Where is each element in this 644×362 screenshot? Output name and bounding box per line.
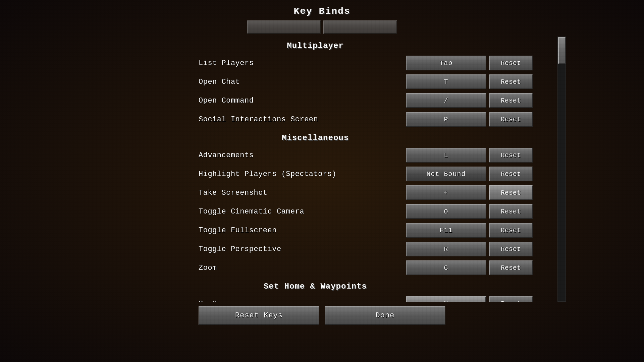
advancements-label: Advancements — [199, 151, 406, 160]
highlight-players-reset-btn[interactable]: Reset — [489, 167, 533, 181]
waypoints-header: Set Home & Waypoints — [78, 277, 553, 294]
go-home-label: Go Home — [199, 300, 406, 302]
list-players-reset-btn[interactable]: Reset — [489, 56, 533, 70]
social-interactions-reset-btn[interactable]: Reset — [489, 112, 533, 127]
go-home-row: Go Home > N < Reset — [78, 294, 553, 302]
reset-keys-button[interactable]: Reset Keys — [199, 306, 319, 325]
toggle-fullscreen-reset-btn[interactable]: Reset — [489, 223, 533, 238]
multiplayer-header: Multiplayer — [78, 37, 553, 54]
take-screenshot-reset-btn[interactable]: Reset — [489, 185, 533, 200]
toggle-perspective-reset-btn[interactable]: Reset — [489, 242, 533, 256]
open-command-key-btn[interactable]: / — [406, 93, 486, 108]
scrollbar-track[interactable] — [557, 37, 566, 302]
list-players-key-btn[interactable]: Tab — [406, 56, 486, 70]
open-command-label: Open Command — [199, 97, 406, 105]
miscellaneous-header: Miscellaneous — [78, 129, 553, 146]
bottom-bar: Reset Keys Done — [78, 302, 566, 329]
take-screenshot-row: Take Screenshot + Reset — [78, 183, 553, 202]
advancements-row: Advancements L Reset — [78, 146, 553, 165]
top-partial-row — [78, 20, 566, 37]
social-interactions-label: Social Interactions Screen — [199, 115, 406, 124]
open-command-row: Open Command / Reset — [78, 91, 553, 110]
open-chat-reset-btn[interactable]: Reset — [489, 74, 533, 89]
toggle-cinematic-reset-btn[interactable]: Reset — [489, 204, 533, 219]
partial-btn-1 — [247, 20, 321, 34]
zoom-reset-btn[interactable]: Reset — [489, 260, 533, 275]
toggle-fullscreen-row: Toggle Fullscreen F11 Reset — [78, 221, 553, 240]
open-chat-key-btn[interactable]: T — [406, 74, 486, 89]
toggle-fullscreen-key-btn[interactable]: F11 — [406, 223, 486, 238]
partial-btn-2 — [323, 20, 397, 34]
social-interactions-key-btn[interactable]: P — [406, 112, 486, 127]
take-screenshot-key-btn[interactable]: + — [406, 185, 486, 200]
list-players-label: List Players — [199, 59, 406, 67]
advancements-key-btn[interactable]: L — [406, 148, 486, 163]
toggle-fullscreen-label: Toggle Fullscreen — [199, 226, 406, 235]
toggle-cinematic-row: Toggle Cinematic Camera O Reset — [78, 202, 553, 221]
main-container: Multiplayer List Players Tab Reset Open … — [78, 20, 566, 329]
zoom-label: Zoom — [199, 264, 406, 272]
open-chat-label: Open Chat — [199, 78, 406, 86]
toggle-cinematic-label: Toggle Cinematic Camera — [199, 207, 406, 216]
scrollbar-thumb[interactable] — [558, 37, 566, 64]
toggle-perspective-label: Toggle Perspective — [199, 245, 406, 253]
page-title: Key Binds — [293, 0, 350, 20]
done-button[interactable]: Done — [325, 306, 445, 325]
open-chat-row: Open Chat T Reset — [78, 72, 553, 91]
zoom-key-btn[interactable]: C — [406, 260, 486, 275]
open-command-reset-btn[interactable]: Reset — [489, 93, 533, 108]
highlight-players-key-btn[interactable]: Not Bound — [406, 167, 486, 181]
highlight-players-label: Highlight Players (Spectators) — [199, 170, 406, 178]
scroll-area: Multiplayer List Players Tab Reset Open … — [78, 37, 566, 302]
toggle-perspective-key-btn[interactable]: R — [406, 242, 486, 256]
highlight-players-row: Highlight Players (Spectators) Not Bound… — [78, 165, 553, 183]
toggle-perspective-row: Toggle Perspective R Reset — [78, 240, 553, 258]
social-interactions-row: Social Interactions Screen P Reset — [78, 110, 553, 129]
take-screenshot-label: Take Screenshot — [199, 189, 406, 197]
list-players-row: List Players Tab Reset — [78, 54, 553, 72]
go-home-key-btn[interactable]: > N < — [406, 296, 486, 302]
go-home-reset-btn[interactable]: Reset — [489, 296, 533, 302]
toggle-cinematic-key-btn[interactable]: O — [406, 204, 486, 219]
advancements-reset-btn[interactable]: Reset — [489, 148, 533, 163]
zoom-row: Zoom C Reset — [78, 258, 553, 277]
